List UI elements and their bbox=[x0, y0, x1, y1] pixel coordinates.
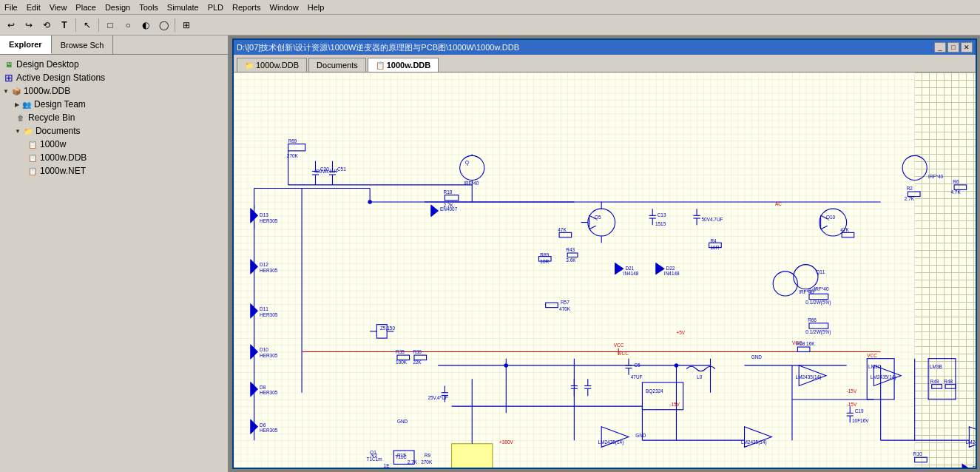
sch-tab-ddb-1[interactable]: 📁1000w.DDB bbox=[237, 58, 307, 72]
sch-tab-documents[interactable]: Documents bbox=[308, 58, 366, 72]
svg-text:D8: D8 bbox=[260, 385, 266, 390]
svg-text:D12: D12 bbox=[260, 262, 268, 267]
svg-text:L0: L0 bbox=[697, 374, 703, 380]
svg-text:+5V: +5V bbox=[676, 330, 685, 335]
tab-explorer[interactable]: Explorer bbox=[0, 36, 52, 54]
svg-text:47UF: 47UF bbox=[631, 374, 643, 380]
left-panel: Explorer Browse Sch 🖥 Design Desktop ⊞ A… bbox=[0, 36, 229, 472]
svg-text:D2: D2 bbox=[973, 465, 976, 468]
menu-simulate[interactable]: Simulate bbox=[163, 1, 203, 13]
svg-text:0.1/2W(5%): 0.1/2W(5%) bbox=[805, 329, 831, 335]
toolbar-cursor[interactable]: ↖ bbox=[79, 17, 95, 33]
active-tab-icon: 📋 bbox=[376, 61, 385, 70]
toolbar-back[interactable]: ↩ bbox=[3, 17, 19, 33]
svg-text:IN4148: IN4148 bbox=[624, 271, 639, 276]
toolbar-sep1 bbox=[75, 18, 76, 32]
ddb-tab-icon: 📁 bbox=[245, 61, 254, 70]
tree-1000w-net[interactable]: 📋 1000w.NET bbox=[27, 164, 225, 178]
svg-text:GND: GND bbox=[751, 354, 763, 360]
schematic-tabs: 📁1000w.DDB Documents 📋1000w.DDB bbox=[234, 55, 976, 73]
svg-text:LM3B: LM3B bbox=[930, 364, 942, 369]
sch-tab-ddb-active[interactable]: 📋1000w.DDB bbox=[368, 58, 439, 72]
toolbar-grid[interactable]: ⊞ bbox=[178, 17, 195, 33]
design-desktop-label: Design Desktop bbox=[16, 59, 79, 70]
svg-text:D13: D13 bbox=[260, 212, 268, 218]
tree-documents[interactable]: ▼ 📁 Documents bbox=[15, 124, 225, 138]
menu-reports[interactable]: Reports bbox=[228, 1, 266, 13]
tree-design-desktop[interactable]: 🖥 Design Desktop bbox=[3, 58, 225, 71]
schematic-window: D:\[07]技术创新\设计资源\1000W逆变器的原理图与PCB图\1000W… bbox=[232, 38, 977, 469]
menu-window[interactable]: Window bbox=[266, 1, 303, 13]
svg-text:VCC: VCC bbox=[867, 353, 877, 358]
toolbar-half[interactable]: ◐ bbox=[138, 17, 154, 33]
svg-text:HER305: HER305 bbox=[260, 268, 278, 273]
bin-icon: 🗑 bbox=[15, 112, 27, 124]
toolbar-rect[interactable]: □ bbox=[102, 17, 118, 33]
menu-view[interactable]: View bbox=[45, 1, 72, 13]
svg-text:LM2435(14): LM2435(14) bbox=[796, 374, 822, 380]
tree-design-team[interactable]: ▶ 👥 Design Team bbox=[15, 98, 225, 111]
svg-text:EN4007: EN4007 bbox=[440, 206, 458, 212]
tree-1000w[interactable]: 📋 1000w bbox=[27, 138, 225, 151]
svg-text:-15V: -15V bbox=[847, 388, 857, 394]
menu-tools[interactable]: Tools bbox=[135, 1, 163, 13]
svg-text:270K: 270K bbox=[421, 459, 433, 465]
schematic-canvas[interactable]: .wire { stroke: #0000cc; stroke-width: 1… bbox=[234, 73, 976, 468]
toolbar-forward[interactable]: ↪ bbox=[21, 17, 37, 33]
expand-design-team: ▶ bbox=[15, 101, 19, 108]
recycle-bin-label: Recycle Bin bbox=[28, 112, 75, 123]
menu-pld[interactable]: PLD bbox=[203, 1, 228, 13]
svg-text:BQ2324: BQ2324 bbox=[646, 388, 663, 394]
toolbar-oval[interactable]: ○ bbox=[120, 17, 136, 33]
svg-marker-240 bbox=[962, 464, 970, 468]
menubar: File Edit View Place Design Tools Simula… bbox=[0, 0, 980, 15]
menu-help[interactable]: Help bbox=[303, 1, 329, 13]
schematic-title: D:\[07]技术创新\设计资源\1000W逆变器的原理图与PCB图\1000W… bbox=[237, 42, 519, 53]
svg-text:HER305: HER305 bbox=[260, 218, 278, 223]
menu-file[interactable]: File bbox=[0, 1, 22, 13]
menu-design[interactable]: Design bbox=[101, 1, 135, 13]
svg-text:Q1: Q1 bbox=[370, 450, 376, 456]
expand-documents: ▼ bbox=[15, 128, 21, 135]
svg-text:T11C: T11C bbox=[395, 454, 407, 459]
ddb-file-icon: 📋 bbox=[27, 152, 38, 163]
main-layout: Explorer Browse Sch 🖥 Design Desktop ⊞ A… bbox=[0, 36, 980, 472]
toolbar-text[interactable]: T bbox=[56, 17, 72, 33]
1000w-net-label: 1000w.NET bbox=[40, 166, 86, 176]
svg-text:R10: R10 bbox=[444, 189, 453, 195]
tree-1000w-ddb-file[interactable]: 📋 1000w.DDB bbox=[27, 151, 225, 164]
svg-text:R6: R6 bbox=[953, 179, 959, 184]
menu-edit[interactable]: Edit bbox=[22, 1, 45, 13]
svg-text:Q11: Q11 bbox=[816, 269, 825, 275]
menu-place[interactable]: Place bbox=[71, 1, 101, 13]
toolbar-sep2 bbox=[98, 18, 99, 32]
documents-label: Documents bbox=[36, 126, 81, 136]
svg-text:T1C1m: T1C1m bbox=[367, 456, 382, 462]
1000w-ddb-file-label: 1000w.DDB bbox=[40, 152, 87, 163]
svg-text:1E: 1E bbox=[384, 463, 391, 468]
svg-text:Q: Q bbox=[465, 160, 469, 166]
tree-1000w-ddb[interactable]: ▼ 📦 1000w.DDB bbox=[3, 84, 225, 98]
win-close[interactable]: ✕ bbox=[961, 42, 973, 53]
svg-text:47K: 47K bbox=[558, 227, 567, 232]
toolbar-circle[interactable]: ◯ bbox=[155, 17, 172, 33]
toolbar-rotate[interactable]: ⟲ bbox=[38, 17, 55, 33]
svg-text:HER305: HER305 bbox=[260, 353, 278, 358]
svg-point-129 bbox=[368, 200, 372, 204]
svg-text:IRF*40: IRF*40 bbox=[928, 174, 943, 179]
svg-point-130 bbox=[504, 363, 509, 368]
tree-active-design-stations[interactable]: ⊞ Active Design Stations bbox=[3, 71, 225, 84]
svg-text:50V4.7UF: 50V4.7UF bbox=[702, 217, 723, 222]
svg-text:LM3C: LM3C bbox=[868, 364, 882, 369]
svg-text:Q5: Q5 bbox=[595, 215, 601, 220]
win-minimize[interactable]: _ bbox=[934, 42, 946, 53]
svg-text:400VA:1UF: 400VA:1UF bbox=[314, 169, 339, 174]
tab-browse-sch[interactable]: Browse Sch bbox=[52, 36, 114, 54]
win-restore[interactable]: □ bbox=[947, 42, 959, 53]
1000w-label: 1000w bbox=[40, 139, 66, 149]
right-panel: D:\[07]技术创新\设计资源\1000W逆变器的原理图与PCB图\1000W… bbox=[229, 36, 980, 472]
svg-text:Q10: Q10 bbox=[826, 215, 836, 220]
svg-text:R10: R10 bbox=[913, 451, 922, 456]
tree-recycle-bin[interactable]: 🗑 Recycle Bin bbox=[15, 111, 225, 124]
svg-text:R35: R35 bbox=[396, 349, 405, 354]
